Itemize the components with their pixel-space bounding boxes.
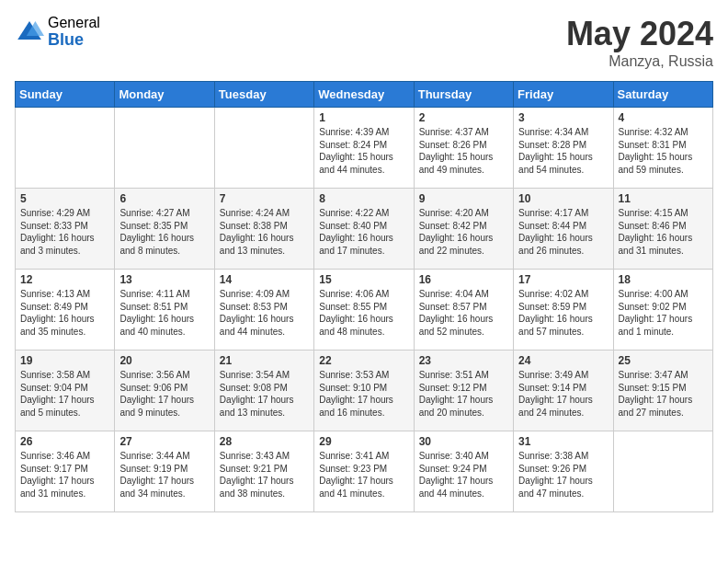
cell-day-number: 29 [319,435,408,448]
day-header-monday: Monday [115,82,214,108]
calendar-cell: 11Sunrise: 4:15 AM Sunset: 8:46 PM Dayli… [613,189,712,270]
logo-blue: Blue [48,31,100,50]
calendar-cell: 30Sunrise: 3:40 AM Sunset: 9:24 PM Dayli… [414,431,513,512]
calendar-week-row: 19Sunrise: 3:58 AM Sunset: 9:04 PM Dayli… [16,350,713,431]
cell-sun-info: Sunrise: 4:04 AM Sunset: 8:57 PM Dayligh… [419,288,508,338]
calendar-week-row: 1Sunrise: 4:39 AM Sunset: 8:24 PM Daylig… [16,108,713,189]
cell-sun-info: Sunrise: 3:54 AM Sunset: 9:08 PM Dayligh… [220,369,309,419]
cell-sun-info: Sunrise: 3:43 AM Sunset: 9:21 PM Dayligh… [220,450,309,500]
cell-day-number: 15 [319,273,408,286]
calendar-week-row: 26Sunrise: 3:46 AM Sunset: 9:17 PM Dayli… [16,431,713,512]
day-header-sunday: Sunday [16,82,115,108]
cell-day-number: 30 [419,435,508,448]
cell-day-number: 20 [119,354,209,367]
cell-day-number: 31 [518,435,608,448]
calendar-cell: 26Sunrise: 3:46 AM Sunset: 9:17 PM Dayli… [16,431,115,512]
logo-icon [15,17,44,47]
page-location: Manzya, Russia [566,53,713,70]
calendar-cell: 12Sunrise: 4:13 AM Sunset: 8:49 PM Dayli… [16,270,115,350]
cell-sun-info: Sunrise: 3:40 AM Sunset: 9:24 PM Dayligh… [419,450,508,500]
calendar-cell [214,108,313,189]
calendar-cell: 14Sunrise: 4:09 AM Sunset: 8:53 PM Dayli… [214,270,313,350]
calendar-cell: 17Sunrise: 4:02 AM Sunset: 8:59 PM Dayli… [514,270,613,350]
cell-sun-info: Sunrise: 3:38 AM Sunset: 9:26 PM Dayligh… [518,450,608,500]
logo: General Blue [15,15,100,49]
calendar-week-row: 12Sunrise: 4:13 AM Sunset: 8:49 PM Dayli… [16,270,713,350]
cell-day-number: 10 [518,192,608,205]
cell-sun-info: Sunrise: 4:32 AM Sunset: 8:31 PM Dayligh… [619,126,708,176]
calendar-cell: 5Sunrise: 4:29 AM Sunset: 8:33 PM Daylig… [16,189,115,270]
calendar-cell: 28Sunrise: 3:43 AM Sunset: 9:21 PM Dayli… [214,431,313,512]
calendar-cell [16,108,115,189]
calendar-header-row: SundayMondayTuesdayWednesdayThursdayFrid… [16,82,713,108]
cell-day-number: 6 [119,192,209,205]
calendar-cell: 13Sunrise: 4:11 AM Sunset: 8:51 PM Dayli… [115,270,214,350]
cell-day-number: 2 [419,111,508,124]
cell-day-number: 19 [20,354,109,367]
cell-day-number: 13 [119,273,209,286]
cell-sun-info: Sunrise: 4:17 AM Sunset: 8:44 PM Dayligh… [518,207,608,257]
calendar-cell: 31Sunrise: 3:38 AM Sunset: 9:26 PM Dayli… [514,431,613,512]
cell-sun-info: Sunrise: 4:00 AM Sunset: 9:02 PM Dayligh… [619,288,708,338]
calendar-cell: 16Sunrise: 4:04 AM Sunset: 8:57 PM Dayli… [414,270,513,350]
cell-day-number: 9 [419,192,508,205]
day-header-friday: Friday [514,82,613,108]
calendar-cell: 8Sunrise: 4:22 AM Sunset: 8:40 PM Daylig… [314,189,414,270]
calendar-cell: 9Sunrise: 4:20 AM Sunset: 8:42 PM Daylig… [414,189,513,270]
cell-sun-info: Sunrise: 3:44 AM Sunset: 9:19 PM Dayligh… [119,450,209,500]
cell-day-number: 7 [220,192,309,205]
cell-sun-info: Sunrise: 3:51 AM Sunset: 9:12 PM Dayligh… [419,369,508,419]
calendar-cell: 18Sunrise: 4:00 AM Sunset: 9:02 PM Dayli… [613,270,712,350]
day-header-tuesday: Tuesday [214,82,313,108]
cell-sun-info: Sunrise: 4:29 AM Sunset: 8:33 PM Dayligh… [20,207,109,257]
calendar-cell [115,108,214,189]
cell-sun-info: Sunrise: 3:56 AM Sunset: 9:06 PM Dayligh… [119,369,209,419]
cell-sun-info: Sunrise: 3:53 AM Sunset: 9:10 PM Dayligh… [319,369,408,419]
calendar-cell: 19Sunrise: 3:58 AM Sunset: 9:04 PM Dayli… [16,350,115,431]
logo-text: General Blue [48,15,100,49]
cell-sun-info: Sunrise: 4:13 AM Sunset: 8:49 PM Dayligh… [20,288,109,338]
calendar-cell: 10Sunrise: 4:17 AM Sunset: 8:44 PM Dayli… [514,189,613,270]
cell-day-number: 5 [20,192,109,205]
calendar-cell: 25Sunrise: 3:47 AM Sunset: 9:15 PM Dayli… [613,350,712,431]
cell-sun-info: Sunrise: 4:22 AM Sunset: 8:40 PM Dayligh… [319,207,408,257]
cell-sun-info: Sunrise: 3:58 AM Sunset: 9:04 PM Dayligh… [20,369,109,419]
cell-sun-info: Sunrise: 3:46 AM Sunset: 9:17 PM Dayligh… [20,450,109,500]
cell-day-number: 16 [419,273,508,286]
calendar-cell [613,431,712,512]
calendar-cell: 23Sunrise: 3:51 AM Sunset: 9:12 PM Dayli… [414,350,513,431]
cell-day-number: 23 [419,354,508,367]
cell-sun-info: Sunrise: 4:20 AM Sunset: 8:42 PM Dayligh… [419,207,508,257]
day-header-saturday: Saturday [613,82,712,108]
calendar-cell: 3Sunrise: 4:34 AM Sunset: 8:28 PM Daylig… [514,108,613,189]
cell-day-number: 21 [220,354,309,367]
logo-general: General [48,15,100,31]
page-title: May 2024 [566,15,713,53]
cell-sun-info: Sunrise: 4:02 AM Sunset: 8:59 PM Dayligh… [518,288,608,338]
calendar-cell: 21Sunrise: 3:54 AM Sunset: 9:08 PM Dayli… [214,350,313,431]
calendar-cell: 1Sunrise: 4:39 AM Sunset: 8:24 PM Daylig… [314,108,414,189]
cell-day-number: 18 [619,273,708,286]
calendar-week-row: 5Sunrise: 4:29 AM Sunset: 8:33 PM Daylig… [16,189,713,270]
calendar-cell: 20Sunrise: 3:56 AM Sunset: 9:06 PM Dayli… [115,350,214,431]
cell-day-number: 12 [20,273,109,286]
cell-day-number: 26 [20,435,109,448]
page-header: General Blue May 2024 Manzya, Russia [15,15,713,70]
cell-day-number: 14 [220,273,309,286]
cell-day-number: 17 [518,273,608,286]
cell-day-number: 1 [319,111,408,124]
cell-sun-info: Sunrise: 4:15 AM Sunset: 8:46 PM Dayligh… [619,207,708,257]
cell-day-number: 25 [619,354,708,367]
calendar-cell: 2Sunrise: 4:37 AM Sunset: 8:26 PM Daylig… [414,108,513,189]
cell-sun-info: Sunrise: 4:09 AM Sunset: 8:53 PM Dayligh… [220,288,309,338]
cell-sun-info: Sunrise: 4:27 AM Sunset: 8:35 PM Dayligh… [119,207,209,257]
cell-day-number: 4 [619,111,708,124]
calendar-cell: 22Sunrise: 3:53 AM Sunset: 9:10 PM Dayli… [314,350,414,431]
cell-day-number: 22 [319,354,408,367]
calendar-table: SundayMondayTuesdayWednesdayThursdayFrid… [15,81,713,512]
calendar-cell: 24Sunrise: 3:49 AM Sunset: 9:14 PM Dayli… [514,350,613,431]
cell-sun-info: Sunrise: 4:34 AM Sunset: 8:28 PM Dayligh… [518,126,608,176]
cell-sun-info: Sunrise: 3:47 AM Sunset: 9:15 PM Dayligh… [619,369,708,419]
cell-sun-info: Sunrise: 4:39 AM Sunset: 8:24 PM Dayligh… [319,126,408,176]
cell-sun-info: Sunrise: 3:49 AM Sunset: 9:14 PM Dayligh… [518,369,608,419]
